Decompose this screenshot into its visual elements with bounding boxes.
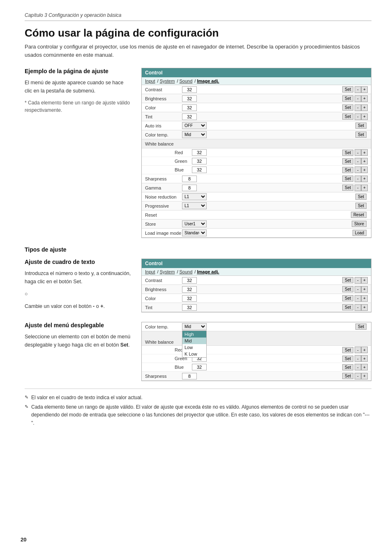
input-wb-blue-1[interactable]	[192, 166, 207, 173]
select-noise-1[interactable]: L1	[182, 193, 207, 200]
set-wb-green-3[interactable]: Set	[342, 356, 353, 362]
minus-brightness-2[interactable]: -	[355, 286, 361, 293]
option-mid[interactable]: Mid	[182, 338, 206, 344]
nav-system-1[interactable]: System	[160, 79, 175, 83]
set-sharpness-3[interactable]: Set	[342, 373, 353, 379]
set-tint-1[interactable]: Set	[342, 113, 353, 120]
minus-contrast-1[interactable]: -	[355, 86, 361, 93]
label-gamma-1: Gamma	[145, 185, 182, 190]
input-tint-1[interactable]	[182, 113, 197, 120]
set-gamma-1[interactable]: Set	[342, 185, 353, 191]
minus-tint-1[interactable]: -	[355, 113, 361, 120]
nav-system-2[interactable]: System	[160, 269, 175, 274]
set-color-2[interactable]: Set	[342, 295, 353, 301]
plus-wb-blue-3[interactable]: +	[361, 364, 368, 370]
option-klow[interactable]: K Low	[182, 351, 206, 357]
plus-wb-red-1[interactable]: +	[361, 149, 368, 156]
input-wb-blue-3[interactable]	[192, 364, 207, 370]
plus-tint-2[interactable]: +	[361, 304, 368, 311]
input-color-1[interactable]	[182, 104, 197, 111]
minus-color-2[interactable]: -	[355, 295, 361, 302]
set-noise-1[interactable]: Set	[355, 194, 367, 200]
set-progressive-1[interactable]: Set	[355, 203, 367, 209]
set-tint-2[interactable]: Set	[342, 304, 353, 310]
option-high[interactable]: High	[182, 331, 206, 338]
btn-loadimage-1[interactable]: Load	[353, 230, 367, 236]
nav-sound-1[interactable]: Sound	[180, 79, 193, 83]
minus-gamma-1[interactable]: -	[355, 185, 361, 191]
label-brightness-2: Brightness	[145, 287, 182, 292]
minus-wb-green-3[interactable]: -	[355, 355, 361, 362]
plus-contrast-2[interactable]: +	[361, 277, 368, 284]
select-autoiris-1[interactable]: OFF	[182, 122, 207, 129]
minus-contrast-2[interactable]: -	[355, 277, 361, 284]
input-brightness-1[interactable]	[182, 95, 197, 102]
plus-sharpness-3[interactable]: +	[361, 373, 368, 379]
minus-sharpness-3[interactable]: -	[355, 373, 361, 379]
input-color-2[interactable]	[182, 295, 197, 302]
input-sharpness-3[interactable]	[182, 373, 197, 379]
textbox-circle: ○	[25, 290, 131, 298]
set-contrast-2[interactable]: Set	[342, 277, 353, 283]
row-contrast-1: Contrast Set - +	[142, 85, 371, 94]
select-colortemp-3[interactable]: Mid	[182, 323, 207, 330]
plus-brightness-1[interactable]: +	[361, 95, 368, 102]
plus-wb-red-3[interactable]: +	[361, 347, 368, 353]
plus-tint-1[interactable]: +	[361, 113, 368, 120]
minus-wb-blue-3[interactable]: -	[355, 364, 361, 370]
input-gamma-1[interactable]	[182, 185, 197, 191]
option-low[interactable]: Low	[182, 344, 206, 351]
input-tint-2[interactable]	[182, 304, 197, 311]
plus-color-2[interactable]: +	[361, 295, 368, 302]
plus-wb-green-1[interactable]: +	[361, 158, 368, 164]
set-brightness-1[interactable]: Set	[342, 95, 353, 102]
set-sharpness-1[interactable]: Set	[342, 176, 353, 182]
input-brightness-2[interactable]	[182, 286, 197, 293]
set-wb-red-3[interactable]: Set	[342, 347, 353, 353]
set-wb-blue-3[interactable]: Set	[342, 364, 353, 370]
plus-color-1[interactable]: +	[361, 104, 368, 111]
row-colortemp-3: Color temp. Mid High Mid Low K Low Set	[142, 322, 371, 331]
control-nav-2: Input / System / Sound / Image adj.	[142, 268, 371, 276]
select-progressive-1[interactable]: L1	[182, 202, 207, 209]
minus-brightness-1[interactable]: -	[355, 95, 361, 102]
plus-gamma-1[interactable]: +	[361, 185, 368, 191]
set-wb-red-1[interactable]: Set	[342, 150, 353, 156]
btn-reset-1[interactable]: Reset	[351, 212, 367, 218]
input-sharpness-1[interactable]	[182, 176, 197, 182]
nav-sound-2[interactable]: Sound	[180, 269, 193, 274]
nav-input-1[interactable]: Input	[145, 79, 155, 83]
select-colortemp-1[interactable]: Mid	[182, 131, 207, 138]
minus-wb-red-3[interactable]: -	[355, 347, 361, 353]
minus-tint-2[interactable]: -	[355, 304, 361, 311]
label-wb-red-1: Red	[175, 150, 192, 155]
input-contrast-2[interactable]	[182, 277, 197, 284]
nav-imageadj-2[interactable]: Image adj.	[197, 269, 219, 274]
set-autoiris-1[interactable]: Set	[355, 123, 367, 129]
input-wb-green-1[interactable]	[192, 158, 207, 164]
plus-sharpness-1[interactable]: +	[361, 176, 368, 182]
select-loadimage-1[interactable]: Standard	[182, 229, 207, 236]
btn-store-1[interactable]: Store	[352, 221, 367, 227]
minus-wb-red-1[interactable]: -	[355, 149, 361, 156]
set-brightness-2[interactable]: Set	[342, 286, 353, 292]
minus-wb-blue-1[interactable]: -	[355, 166, 361, 173]
select-store-1[interactable]: User1	[182, 220, 207, 227]
plus-contrast-1[interactable]: +	[361, 86, 368, 93]
set-wb-blue-1[interactable]: Set	[342, 167, 353, 173]
set-color-1[interactable]: Set	[342, 104, 353, 111]
plus-brightness-2[interactable]: +	[361, 286, 368, 293]
minus-sharpness-1[interactable]: -	[355, 176, 361, 182]
minus-color-1[interactable]: -	[355, 104, 361, 111]
set-colortemp-1[interactable]: Set	[355, 132, 367, 138]
minus-wb-green-1[interactable]: -	[355, 158, 361, 164]
plus-wb-green-3[interactable]: +	[361, 355, 368, 362]
set-contrast-1[interactable]: Set	[342, 86, 353, 92]
plus-wb-blue-1[interactable]: +	[361, 166, 368, 173]
input-contrast-1[interactable]	[182, 86, 197, 93]
set-wb-green-1[interactable]: Set	[342, 158, 353, 164]
set-colortemp-3[interactable]: Set	[355, 324, 367, 330]
nav-input-2[interactable]: Input	[145, 269, 155, 274]
nav-imageadj-1[interactable]: Image adj.	[197, 79, 219, 83]
input-wb-red-1[interactable]	[192, 149, 207, 156]
